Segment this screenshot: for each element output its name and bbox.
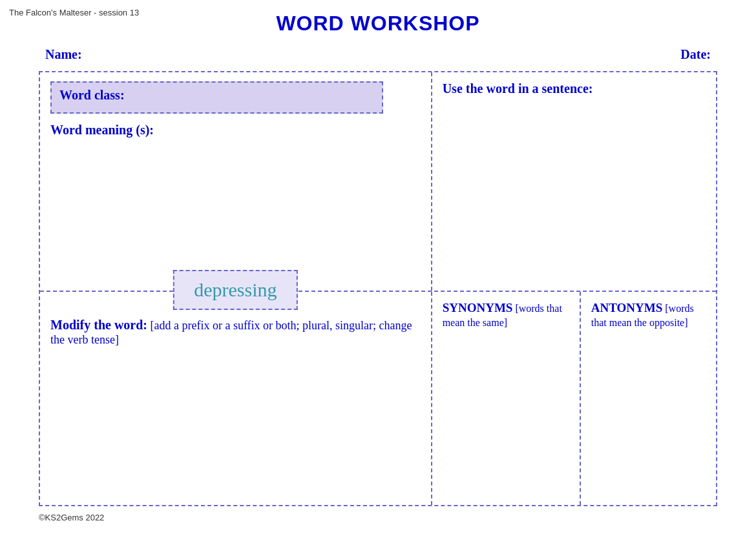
word-meaning-label: Word meaning (s): xyxy=(50,123,421,138)
session-label: The Falcon's Malteser - session 13 xyxy=(9,8,139,17)
center-word-box: depressing xyxy=(173,270,297,310)
word-class-label: Word class: xyxy=(59,88,125,102)
footer: ©KS2Gems 2022 xyxy=(39,513,717,522)
use-sentence-label: Use the word in a sentence: xyxy=(443,81,706,96)
antonyms-label: ANTONYMS [words that mean the opposite] xyxy=(591,301,706,329)
modify-label: Modify the word: [add a prefix or a suff… xyxy=(50,318,421,347)
top-half: Word class: Word meaning (s): depressing… xyxy=(40,72,716,292)
synonyms-label: SYNONYMS [words that mean the same] xyxy=(443,301,569,329)
antonyms-section: ANTONYMS [words that mean the opposite] xyxy=(581,292,716,505)
antonyms-main-label: ANTONYMS xyxy=(591,301,663,314)
bottom-left-section: Modify the word: [add a prefix or a suff… xyxy=(40,292,432,505)
synonyms-main-label: SYNONYMS xyxy=(443,301,513,314)
bottom-half: Modify the word: [add a prefix or a suff… xyxy=(40,292,716,505)
page-title: WORD WORKSHOP xyxy=(39,12,717,36)
name-label: Name: xyxy=(45,47,82,62)
center-word-container: depressing xyxy=(173,270,297,310)
main-grid: Word class: Word meaning (s): depressing… xyxy=(39,71,717,506)
top-right-section: Use the word in a sentence: xyxy=(432,72,716,291)
date-label: Date: xyxy=(680,47,711,62)
word-class-box[interactable]: Word class: xyxy=(50,81,383,114)
top-left-section: Word class: Word meaning (s): depressing xyxy=(40,72,432,291)
name-date-row: Name: Date: xyxy=(39,47,717,62)
modify-main-label: Modify the word: xyxy=(50,318,147,332)
synonyms-section: SYNONYMS [words that mean the same] xyxy=(432,292,581,505)
